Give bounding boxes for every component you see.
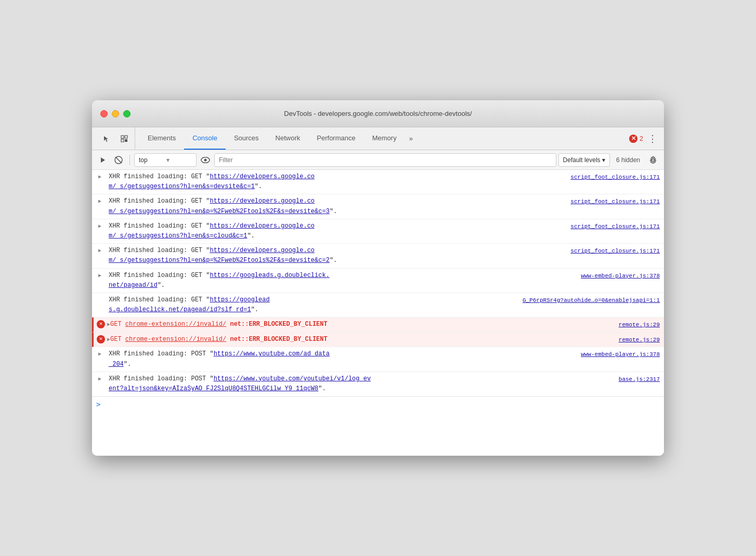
inspect-icon [121,135,128,142]
log-entry: ▶ XHR finished loading: GET "https://dev… [92,170,664,194]
execute-button[interactable] [96,153,110,167]
svg-point-9 [652,158,655,161]
tab-performance[interactable]: Performance [308,127,363,150]
window-title: DevTools - developers.google.com/web/too… [284,110,472,117]
traffic-lights [100,110,131,117]
prompt-symbol: > [96,400,100,408]
svg-point-8 [204,158,207,161]
expand-arrow[interactable]: ▶ [98,222,101,231]
log-entry: ▶ XHR finished loading: GET "https://goo… [92,269,664,293]
expand-arrow[interactable]: ▶ [107,336,110,344]
console-input[interactable] [105,401,660,408]
error-badge-icon: ✕ [629,135,637,143]
close-button[interactable] [100,110,108,117]
eye-button[interactable] [199,153,212,167]
tab-memory[interactable]: Memory [364,127,405,150]
svg-marker-4 [101,157,105,163]
log-entry: ▶ XHR finished loading: GET "https://dev… [92,244,664,268]
settings-button[interactable] [646,153,660,167]
tab-network[interactable]: Network [267,127,309,150]
console-output: ▶ XHR finished loading: GET "https://dev… [92,170,664,456]
devtools-menu-button[interactable]: ⋮ [645,131,660,146]
context-selector[interactable]: top ▾ [134,153,197,167]
svg-rect-2 [121,139,124,142]
filter-input[interactable] [214,153,556,167]
svg-rect-3 [125,139,127,142]
expand-arrow[interactable]: ▶ [107,321,110,329]
error-icon: ✕ [97,335,105,343]
expand-arrow[interactable]: ▶ [98,375,101,383]
clear-button[interactable] [112,153,125,167]
minimize-button[interactable] [112,110,119,117]
expand-arrow[interactable]: ▶ [98,350,101,359]
tab-sources[interactable]: Sources [226,127,267,150]
log-levels-selector[interactable]: Default levels ▾ [558,153,610,167]
log-entry: XHR finished loading: GET "https://googl… [92,293,664,317]
gear-icon [649,156,657,164]
clear-icon [114,156,123,164]
svg-rect-1 [125,136,127,138]
log-entry: ▶ XHR finished loading: GET "https://dev… [92,219,664,244]
title-bar: DevTools - developers.google.com/web/too… [92,100,664,127]
svg-line-6 [115,157,122,163]
separator-1 [129,155,130,165]
expand-arrow[interactable]: ▶ [98,272,101,280]
svg-rect-0 [121,136,124,138]
console-prompt: > [92,396,664,412]
expand-arrow[interactable]: ▶ [98,197,101,206]
devtools-window: DevTools - developers.google.com/web/too… [92,100,664,456]
log-entry-error: ✕ ▶ GET chrome-extension://invalid/ net:… [92,317,664,333]
error-badge[interactable]: ✕ 2 [629,135,643,143]
cursor-icon-button[interactable] [98,130,115,147]
tabs-bar: Elements Console Sources Network Perform… [92,127,664,150]
tab-right-actions: ✕ 2 ⋮ [629,127,660,150]
maximize-button[interactable] [123,110,131,117]
eye-icon [201,157,210,163]
error-icon: ✕ [97,320,105,328]
console-toolbar: top ▾ Default levels ▾ 6 hidden [92,150,664,170]
expand-arrow[interactable]: ▶ [98,173,101,181]
tab-console[interactable]: Console [184,127,226,150]
tab-elements[interactable]: Elements [139,127,184,150]
tab-left-icons [96,127,135,150]
log-entry-error: ✕ ▶ GET chrome-extension://invalid/ net:… [92,333,664,348]
tabs-overflow-button[interactable]: » [405,127,417,150]
hidden-count: 6 hidden [616,156,640,164]
inspect-icon-button[interactable] [116,130,133,147]
log-entry: ▶ XHR finished loading: GET "https://dev… [92,194,664,219]
expand-arrow[interactable]: ▶ [98,247,101,255]
execute-icon [99,156,107,164]
log-entry: ▶ XHR finished loading: POST "https://ww… [92,372,664,396]
cursor-icon [103,135,110,142]
log-entry: ▶ XHR finished loading: POST "https://ww… [92,347,664,372]
